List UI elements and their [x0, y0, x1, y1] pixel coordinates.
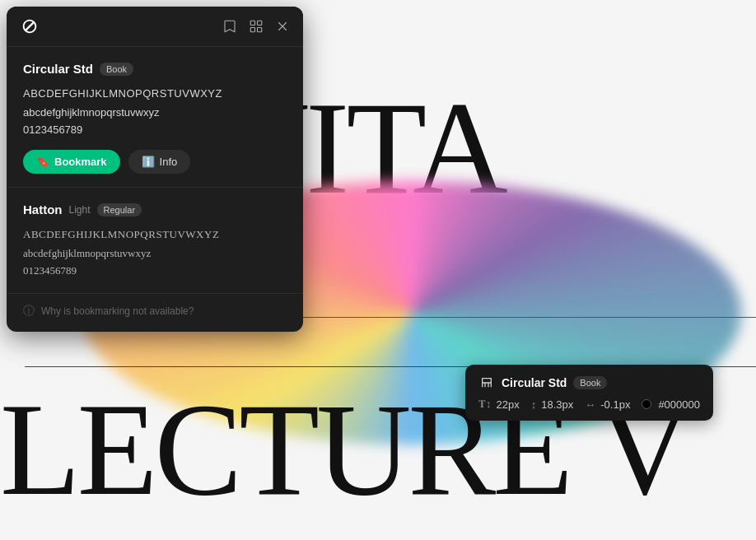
letter-spacing-icon: ↔: [585, 398, 595, 411]
font-entry-hatton-header: Hatton Light Regular: [23, 202, 287, 216]
font-preview-hatton-upper: ABCDEFGHIJKLMNOPQRSTUVWXYZ: [23, 226, 287, 244]
font-preview-circular-lower: abcdefghijklmnopqrstuvwxyz: [23, 105, 287, 122]
bookmark-button-label: Bookmark: [54, 156, 107, 168]
bookmark-header-button[interactable]: [221, 17, 239, 35]
bookmark-header-icon: [222, 19, 237, 34]
font-name-hatton: Hatton: [23, 202, 63, 216]
font-style-regular-hatton: Regular: [97, 203, 142, 216]
info-button-label: Info: [160, 156, 178, 168]
compare-button[interactable]: [247, 17, 265, 35]
tooltip-color-value: #000000: [658, 398, 700, 411]
font-entry-circular: Circular Std Book ABCDEFGHIJKLMNOPQRSTUV…: [7, 46, 303, 187]
app-logo: [18, 15, 41, 38]
compare-icon: [249, 19, 264, 34]
footer-info-icon: ⓘ: [23, 304, 35, 319]
svg-rect-3: [258, 28, 262, 32]
tooltip-size-value: 22px: [497, 398, 520, 411]
font-style-light-hatton: Light: [69, 204, 91, 216]
font-tooltip: Circular Std Book 𝐓↕ 22px ↕ 18.3px ↔ -0.…: [465, 365, 713, 421]
tooltip-font-name: Circular Std: [502, 376, 567, 389]
close-button[interactable]: [273, 17, 292, 35]
footer-text[interactable]: Why is bookmarking not available?: [41, 305, 194, 317]
line-height-icon: ↕: [531, 398, 537, 411]
tooltip-color-metric: #000000: [642, 398, 700, 411]
font-actions-circular: 🔖 Bookmark ℹ️ Info: [23, 150, 287, 174]
panel-actions: [221, 17, 292, 35]
info-button[interactable]: ℹ️ Info: [128, 150, 191, 174]
bookmark-button[interactable]: 🔖 Bookmark: [23, 150, 120, 174]
bird-logo-icon: [21, 17, 39, 35]
font-type-icon: [480, 376, 493, 389]
font-preview-hatton-nums: 0123456789: [23, 263, 287, 280]
font-entry-hatton: Hatton Light Regular ABCDEFGHIJKLMNOPQRS…: [7, 187, 303, 292]
font-preview-circular-upper: ABCDEFGHIJKLMNOPQRSTUVWXYZ: [23, 86, 287, 103]
bookmark-icon: 🔖: [36, 156, 49, 168]
svg-rect-1: [258, 21, 262, 25]
panel-footer: ⓘ Why is bookmarking not available?: [7, 293, 303, 332]
font-preview-hatton-lower: abcdefghijklmnopqrstuvwxyz: [23, 245, 287, 263]
font-inspector-panel: Circular Std Book ABCDEFGHIJKLMNOPQRSTUV…: [7, 7, 303, 332]
font-style-circular: Book: [100, 63, 133, 76]
tooltip-metrics: 𝐓↕ 22px ↕ 18.3px ↔ -0.1px #000000: [478, 398, 700, 411]
tooltip-lineheight-value: 18.3px: [541, 398, 573, 411]
tooltip-letterspacing-value: -0.1px: [600, 398, 630, 411]
tooltip-header: Circular Std Book: [478, 375, 700, 391]
font-size-icon: 𝐓↕: [478, 398, 492, 411]
tooltip-style-badge: Book: [573, 376, 607, 389]
tooltip-size-metric: 𝐓↕ 22px: [478, 398, 520, 411]
tooltip-letterspacing-metric: ↔ -0.1px: [585, 398, 630, 411]
font-name-circular: Circular Std: [23, 62, 93, 76]
svg-rect-2: [250, 28, 254, 32]
panel-header: [7, 7, 303, 46]
tooltip-lineheight-metric: ↕ 18.3px: [531, 398, 574, 411]
close-icon: [275, 19, 290, 34]
svg-rect-0: [250, 21, 254, 25]
info-icon: ℹ️: [142, 156, 155, 168]
font-entry-circular-header: Circular Std Book: [23, 62, 287, 76]
tooltip-font-icon: [478, 375, 495, 391]
color-swatch: [642, 399, 651, 409]
font-preview-circular-nums: 0123456789: [23, 122, 287, 139]
